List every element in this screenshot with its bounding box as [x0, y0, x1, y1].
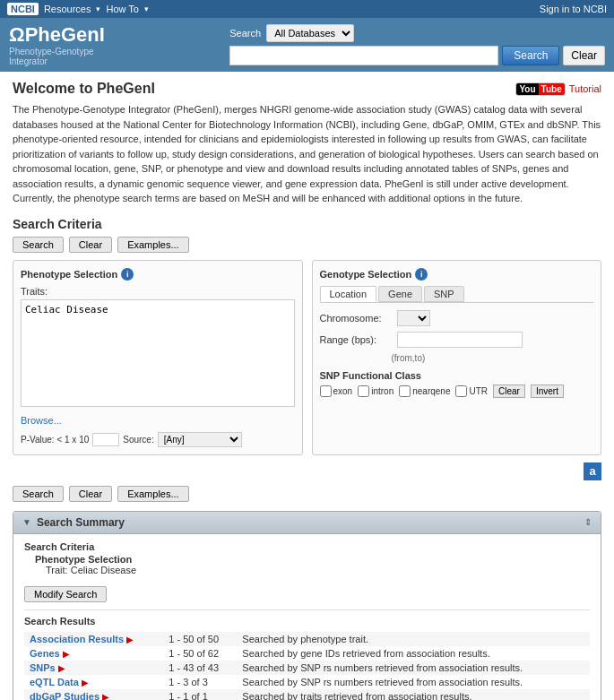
chromosome-row: Chromosome: 123 — [320, 310, 594, 326]
snps-range: 1 - 43 of 43 — [163, 661, 237, 675]
chromosome-select[interactable]: 123 — [397, 310, 430, 326]
table-row: SNPs ▶ 1 - 43 of 43 Searched by SNP rs n… — [24, 661, 590, 675]
ncbi-logo: NCBI — [7, 3, 39, 15]
neargene-label: nearqene — [412, 386, 450, 396]
bottom-criteria-buttons: Search Clear Examples... — [13, 486, 601, 502]
divider — [24, 609, 590, 610]
youtube-logo: YouTube — [515, 82, 565, 96]
intron-checkbox[interactable] — [358, 385, 369, 397]
summary-phenotype-label: Phenotype Selection — [35, 554, 590, 565]
table-row: eQTL Data ▶ 1 - 3 of 3 Searched by SNP r… — [24, 675, 590, 689]
snp-clear-button[interactable]: Clear — [493, 385, 525, 398]
snps-desc: Searched by SNP rs numbers retrieved fro… — [237, 661, 590, 675]
sign-in-link[interactable]: Sign in to NCBI — [540, 4, 607, 14]
association-range: 1 - 50 of 50 — [163, 632, 237, 646]
snp-checkboxes-row: exon intron nearqene UTR — [320, 385, 594, 398]
exon-checkbox[interactable] — [320, 385, 332, 397]
source-select[interactable]: [Any] GWAS Catalog dbGaP — [158, 432, 242, 447]
neargene-checkbox[interactable] — [399, 385, 411, 397]
search-summary-section: ▼ Search Summary ⇕ Search Criteria Pheno… — [13, 511, 601, 701]
utr-checkbox[interactable] — [455, 385, 467, 397]
resources-link[interactable]: Resources — [44, 4, 91, 14]
bottom-search-button[interactable]: Search — [13, 486, 64, 502]
utr-label: UTR — [469, 386, 488, 396]
pvalue-input[interactable] — [92, 433, 119, 446]
eqtl-desc: Searched by SNP rs numbers retrieved fro… — [237, 675, 590, 689]
howto-link[interactable]: How To — [106, 4, 138, 14]
range-input[interactable] — [397, 332, 523, 348]
youtube-you-text: You — [516, 83, 538, 95]
search-bottom-row: Search Clear — [229, 46, 605, 65]
genes-range: 1 - 50 of 62 — [163, 646, 237, 661]
dbgap-desc: Searched by traits retrieved from associ… — [237, 689, 590, 701]
youtube-area: YouTube Tutorial — [515, 82, 601, 96]
logo-subtitle-line1: Phenotype-Genotype — [9, 47, 94, 56]
tab-gene[interactable]: Gene — [378, 286, 422, 302]
resources-icon: ▾ — [96, 4, 100, 13]
browse-link[interactable]: Browse... — [21, 415, 62, 426]
collapse-arrow-icon[interactable]: ▼ — [22, 517, 31, 527]
modify-search-button-top[interactable]: Modify Search — [24, 586, 107, 602]
summary-sc-title: Search Criteria — [24, 541, 590, 552]
neargene-checkbox-item: nearqene — [399, 385, 450, 397]
header: ΩPheGenI Phenotype-Genotype Integrator S… — [0, 18, 614, 72]
welcome-title: Welcome to PheGenI — [13, 81, 155, 97]
results-table: Association Results ▶ 1 - 50 of 50 Searc… — [24, 632, 590, 701]
logo-title: ΩPheGenI — [9, 23, 105, 47]
youtube-tube-text: Tube — [539, 83, 565, 95]
phenotype-panel: Phenotype Selection i Traits: Browse... … — [13, 260, 303, 455]
chromosome-label: Chromosome: — [320, 313, 392, 324]
snp-invert-button[interactable]: Invert — [531, 385, 564, 398]
range-label: Range (bps): — [320, 334, 392, 345]
arrow-right-icon: ▶ — [126, 635, 134, 644]
intron-label: intron — [371, 386, 393, 396]
bottom-clear-button[interactable]: Clear — [69, 486, 112, 502]
search-label: Search — [229, 28, 261, 39]
search-input[interactable] — [229, 46, 498, 65]
bottom-examples-button[interactable]: Examples... — [117, 486, 188, 502]
exon-label: exon — [333, 386, 353, 396]
logo-subtitle: Phenotype-Genotype Integrator — [9, 47, 105, 66]
genotype-tabs: Location Gene SNP — [320, 286, 594, 303]
snps-arrow-icon: ▶ — [58, 663, 65, 673]
ncbi-bar: NCBI Resources ▾ How To ▾ Sign in to NCB… — [0, 0, 614, 18]
table-row: Genes ▶ 1 - 50 of 62 Searched by gene ID… — [24, 646, 590, 661]
search-criteria-title: Search Criteria — [13, 217, 601, 231]
top-criteria-buttons: Search Clear Examples... — [13, 237, 601, 253]
ncbi-bar-left: NCBI Resources ▾ How To ▾ — [7, 3, 149, 15]
results-section: Search Results Association Results ▶ 1 -… — [24, 616, 590, 701]
genotype-info-icon[interactable]: i — [415, 268, 428, 281]
welcome-text: The Phenotype-Genotype Integrator (PheGe… — [13, 102, 601, 206]
dbgap-link[interactable]: dbGaP Studies — [30, 691, 99, 701]
header-search-area: Search All Databases Gene PubMed SNP Sea… — [229, 24, 605, 65]
top-examples-button[interactable]: Examples... — [117, 237, 188, 253]
eqtl-range: 1 - 3 of 3 — [163, 675, 237, 689]
summary-expand-icon[interactable]: ⇕ — [584, 517, 592, 527]
tab-snp[interactable]: SNP — [424, 286, 464, 302]
tutorial-link[interactable]: Tutorial — [569, 83, 601, 94]
utr-checkbox-item: UTR — [455, 385, 488, 397]
phenotype-info-icon[interactable]: i — [121, 268, 134, 281]
logo-subtitle-line2: Integrator — [9, 56, 48, 66]
phenotype-panel-header: Phenotype Selection i — [21, 268, 295, 281]
search-button[interactable]: Search — [502, 46, 559, 65]
pvalue-row: P-Value: < 1 x 10 Source: [Any] GWAS Cat… — [21, 432, 295, 447]
top-clear-button[interactable]: Clear — [69, 237, 112, 253]
traits-textarea[interactable] — [21, 299, 295, 407]
eqtl-link[interactable]: eQTL Data — [30, 677, 79, 687]
genes-link[interactable]: Genes — [30, 648, 60, 659]
database-select[interactable]: All Databases Gene PubMed SNP — [266, 24, 354, 42]
howto-icon: ▾ — [144, 4, 149, 13]
summary-header: ▼ Search Summary ⇕ — [13, 512, 601, 534]
association-results-link[interactable]: Association Results — [30, 634, 124, 644]
snps-link[interactable]: SNPs — [30, 662, 56, 673]
pvalue-label: P-Value: < 1 x 10 — [21, 435, 89, 445]
logo-area: ΩPheGenI Phenotype-Genotype Integrator — [9, 23, 105, 66]
eqtl-arrow-icon: ▶ — [82, 678, 89, 687]
badge-a: a — [584, 462, 601, 480]
top-search-button[interactable]: Search — [13, 237, 64, 253]
summary-title-text: Search Summary — [37, 516, 125, 529]
header-clear-button[interactable]: Clear — [563, 46, 605, 65]
tab-location[interactable]: Location — [320, 286, 377, 302]
genes-arrow-icon: ▶ — [63, 649, 70, 659]
